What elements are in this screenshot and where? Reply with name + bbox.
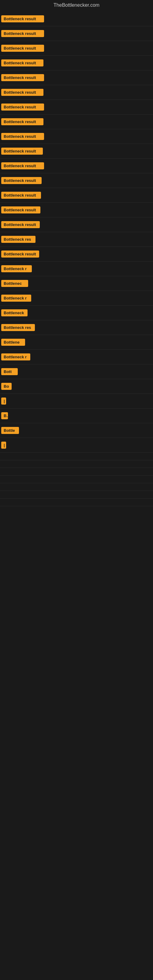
bottleneck-badge: Bottleneck result: [1, 162, 44, 169]
bottleneck-badge: Bottlenec: [1, 280, 28, 287]
bottleneck-badge: Bottleneck r: [1, 294, 31, 302]
list-item[interactable]: Bottlenec: [0, 276, 153, 291]
list-item[interactable]: Bottleneck res: [0, 320, 153, 335]
list-item[interactable]: Bottleneck result: [0, 56, 153, 70]
list-item[interactable]: Bottleneck result: [0, 247, 153, 261]
bottleneck-badge: Bottleneck result: [1, 221, 40, 228]
bottleneck-badge: Bottleneck result: [1, 148, 43, 155]
list-item[interactable]: Bottleneck result: [0, 12, 153, 26]
bottleneck-badge: Bottleneck r: [1, 353, 30, 360]
list-item[interactable]: |: [0, 394, 153, 409]
list-item[interactable]: Bottleneck result: [0, 159, 153, 173]
list-item[interactable]: Bottleneck result: [0, 26, 153, 41]
bottleneck-badge: Bottleneck result: [1, 118, 43, 125]
list-item[interactable]: [0, 483, 153, 491]
bottleneck-badge: Bottleneck result: [1, 15, 44, 22]
bottleneck-badge: Bottleneck result: [1, 59, 43, 67]
bottleneck-badge: Bottle: [1, 427, 19, 434]
list-item[interactable]: Bottleneck r: [0, 350, 153, 364]
list-item[interactable]: B: [0, 409, 153, 423]
list-item[interactable]: [0, 453, 153, 460]
list-item[interactable]: Bottleneck result: [0, 203, 153, 218]
list-item[interactable]: |: [0, 438, 153, 453]
list-item[interactable]: Bottleneck: [0, 305, 153, 320]
bottleneck-badge: Bottleneck result: [1, 45, 44, 52]
list-item[interactable]: Bo: [0, 379, 153, 394]
list-item[interactable]: Bottleneck result: [0, 115, 153, 129]
bottleneck-badge: Bottleneck res: [1, 236, 35, 243]
list-item[interactable]: Bottleneck result: [0, 218, 153, 232]
list-item[interactable]: Bottleneck result: [0, 173, 153, 188]
bottleneck-badge: Bottleneck result: [1, 250, 39, 258]
list-item[interactable]: Bottleneck result: [0, 85, 153, 100]
list-item[interactable]: Bott: [0, 364, 153, 379]
list-item[interactable]: Bottleneck result: [0, 188, 153, 203]
bottleneck-badge: Bottleneck result: [1, 207, 40, 213]
bottleneck-badge: Bottleneck result: [1, 177, 41, 184]
list-item[interactable]: Bottlene: [0, 335, 153, 350]
items-container: Bottleneck resultBottleneck resultBottle…: [0, 10, 153, 506]
site-title: TheBottlenecker.com: [0, 0, 153, 10]
bottleneck-badge: Bottleneck: [1, 309, 27, 317]
list-item[interactable]: [0, 468, 153, 476]
bottleneck-badge: |: [1, 442, 6, 449]
list-item[interactable]: Bottleneck result: [0, 129, 153, 144]
bottleneck-badge: Bottleneck result: [1, 74, 44, 81]
list-item[interactable]: Bottleneck res: [0, 232, 153, 247]
list-item[interactable]: Bottleneck result: [0, 41, 153, 56]
list-item[interactable]: Bottleneck result: [0, 144, 153, 159]
bottleneck-badge: B: [1, 412, 8, 419]
bottleneck-badge: Bottleneck result: [1, 192, 41, 199]
list-item[interactable]: Bottleneck result: [0, 70, 153, 85]
bottleneck-badge: Bott: [1, 368, 18, 375]
bottleneck-badge: Bottlene: [1, 339, 25, 346]
list-item[interactable]: Bottleneck r: [0, 261, 153, 276]
bottleneck-badge: Bottleneck result: [1, 133, 44, 140]
list-item[interactable]: [0, 499, 153, 506]
bottleneck-badge: Bottleneck r: [1, 265, 32, 272]
list-item[interactable]: Bottle: [0, 423, 153, 438]
list-item[interactable]: [0, 476, 153, 483]
list-item[interactable]: [0, 491, 153, 499]
bottleneck-badge: Bottleneck result: [1, 103, 44, 111]
bottleneck-badge: Bottleneck result: [1, 89, 43, 96]
list-item[interactable]: Bottleneck result: [0, 100, 153, 115]
bottleneck-badge: Bo: [1, 383, 12, 390]
bottleneck-badge: |: [1, 398, 6, 404]
bottleneck-badge: Bottleneck res: [1, 324, 35, 331]
list-item[interactable]: [0, 460, 153, 468]
bottleneck-badge: Bottleneck result: [1, 30, 44, 37]
list-item[interactable]: Bottleneck r: [0, 291, 153, 305]
